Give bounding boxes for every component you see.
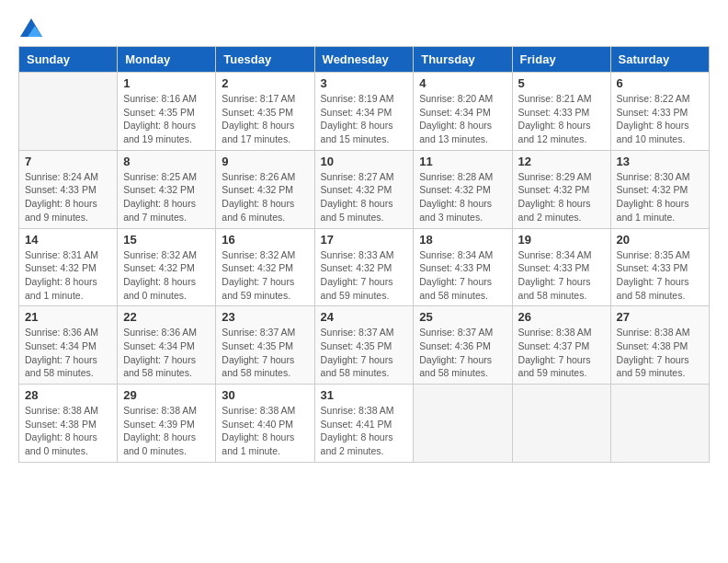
day-number: 11 <box>419 155 506 168</box>
calendar-cell: 12Sunrise: 8:29 AM Sunset: 4:32 PM Dayli… <box>512 150 610 228</box>
day-number: 29 <box>123 388 210 402</box>
calendar-cell: 7Sunrise: 8:24 AM Sunset: 4:33 PM Daylig… <box>19 150 118 228</box>
calendar-cell: 15Sunrise: 8:32 AM Sunset: 4:32 PM Dayli… <box>118 228 216 306</box>
calendar-cell: 25Sunrise: 8:37 AM Sunset: 4:36 PM Dayli… <box>414 306 512 385</box>
day-info: Sunrise: 8:29 AM Sunset: 4:32 PM Dayligh… <box>518 170 605 224</box>
calendar-header-monday: Monday <box>118 47 216 73</box>
day-info: Sunrise: 8:17 AM Sunset: 4:35 PM Dayligh… <box>222 92 308 146</box>
day-number: 8 <box>123 155 210 168</box>
day-number: 9 <box>222 155 308 168</box>
day-number: 16 <box>222 233 308 247</box>
day-number: 4 <box>419 76 506 90</box>
day-number: 19 <box>518 233 605 247</box>
calendar-cell: 14Sunrise: 8:31 AM Sunset: 4:32 PM Dayli… <box>19 228 118 306</box>
day-number: 15 <box>123 233 210 247</box>
day-number: 24 <box>321 310 408 324</box>
day-number: 26 <box>518 310 605 324</box>
calendar-header-friday: Friday <box>512 47 610 73</box>
day-number: 13 <box>617 155 703 168</box>
day-info: Sunrise: 8:37 AM Sunset: 4:36 PM Dayligh… <box>419 326 506 380</box>
day-info: Sunrise: 8:38 AM Sunset: 4:40 PM Dayligh… <box>222 404 308 458</box>
calendar-cell: 5Sunrise: 8:21 AM Sunset: 4:33 PM Daylig… <box>512 73 610 151</box>
day-number: 22 <box>123 310 210 324</box>
day-number: 28 <box>25 388 111 402</box>
day-info: Sunrise: 8:28 AM Sunset: 4:32 PM Dayligh… <box>419 170 506 224</box>
day-info: Sunrise: 8:38 AM Sunset: 4:38 PM Dayligh… <box>25 404 111 458</box>
day-info: Sunrise: 8:36 AM Sunset: 4:34 PM Dayligh… <box>123 326 210 380</box>
calendar-cell: 24Sunrise: 8:37 AM Sunset: 4:35 PM Dayli… <box>314 306 414 385</box>
day-info: Sunrise: 8:26 AM Sunset: 4:32 PM Dayligh… <box>222 170 308 224</box>
day-number: 31 <box>321 388 408 402</box>
day-info: Sunrise: 8:35 AM Sunset: 4:33 PM Dayligh… <box>617 248 703 303</box>
calendar-header-wednesday: Wednesday <box>314 47 414 73</box>
day-number: 10 <box>321 155 408 168</box>
day-number: 17 <box>321 233 408 247</box>
calendar-cell: 8Sunrise: 8:25 AM Sunset: 4:32 PM Daylig… <box>118 150 216 228</box>
calendar-header-tuesday: Tuesday <box>216 47 314 73</box>
calendar-week-row: 1Sunrise: 8:16 AM Sunset: 4:35 PM Daylig… <box>19 73 710 151</box>
day-info: Sunrise: 8:27 AM Sunset: 4:32 PM Dayligh… <box>321 170 408 224</box>
day-info: Sunrise: 8:31 AM Sunset: 4:32 PM Dayligh… <box>25 248 111 303</box>
calendar-cell: 23Sunrise: 8:37 AM Sunset: 4:35 PM Dayli… <box>216 306 314 385</box>
day-info: Sunrise: 8:34 AM Sunset: 4:33 PM Dayligh… <box>419 248 506 303</box>
calendar-cell: 9Sunrise: 8:26 AM Sunset: 4:32 PM Daylig… <box>216 150 314 228</box>
calendar-cell: 17Sunrise: 8:33 AM Sunset: 4:32 PM Dayli… <box>314 228 414 306</box>
day-info: Sunrise: 8:36 AM Sunset: 4:34 PM Dayligh… <box>25 326 111 380</box>
calendar-cell: 27Sunrise: 8:38 AM Sunset: 4:38 PM Dayli… <box>610 306 709 385</box>
calendar-cell <box>414 385 512 463</box>
day-number: 20 <box>617 233 703 247</box>
calendar-cell: 6Sunrise: 8:22 AM Sunset: 4:33 PM Daylig… <box>610 73 709 151</box>
day-info: Sunrise: 8:33 AM Sunset: 4:32 PM Dayligh… <box>321 248 408 303</box>
day-info: Sunrise: 8:34 AM Sunset: 4:33 PM Dayligh… <box>518 248 605 303</box>
calendar-header-row: SundayMondayTuesdayWednesdayThursdayFrid… <box>19 47 710 73</box>
calendar-cell: 20Sunrise: 8:35 AM Sunset: 4:33 PM Dayli… <box>610 228 709 306</box>
calendar-header-sunday: Sunday <box>19 47 118 73</box>
calendar-cell: 10Sunrise: 8:27 AM Sunset: 4:32 PM Dayli… <box>314 150 414 228</box>
calendar: SundayMondayTuesdayWednesdayThursdayFrid… <box>18 46 710 463</box>
day-info: Sunrise: 8:19 AM Sunset: 4:34 PM Dayligh… <box>321 92 408 146</box>
day-info: Sunrise: 8:38 AM Sunset: 4:38 PM Dayligh… <box>617 326 703 380</box>
calendar-cell: 22Sunrise: 8:36 AM Sunset: 4:34 PM Dayli… <box>118 306 216 385</box>
day-number: 23 <box>222 310 308 324</box>
calendar-cell: 28Sunrise: 8:38 AM Sunset: 4:38 PM Dayli… <box>19 385 118 463</box>
day-number: 6 <box>617 76 703 90</box>
calendar-cell: 26Sunrise: 8:38 AM Sunset: 4:37 PM Dayli… <box>512 306 610 385</box>
calendar-cell: 16Sunrise: 8:32 AM Sunset: 4:32 PM Dayli… <box>216 228 314 306</box>
calendar-cell: 19Sunrise: 8:34 AM Sunset: 4:33 PM Dayli… <box>512 228 610 306</box>
calendar-cell <box>19 73 118 151</box>
calendar-cell: 2Sunrise: 8:17 AM Sunset: 4:35 PM Daylig… <box>216 73 314 151</box>
day-number: 1 <box>123 76 210 90</box>
day-info: Sunrise: 8:24 AM Sunset: 4:33 PM Dayligh… <box>25 170 111 224</box>
day-info: Sunrise: 8:25 AM Sunset: 4:32 PM Dayligh… <box>123 170 210 224</box>
calendar-cell: 13Sunrise: 8:30 AM Sunset: 4:32 PM Dayli… <box>610 150 709 228</box>
day-number: 3 <box>321 76 408 90</box>
day-info: Sunrise: 8:38 AM Sunset: 4:41 PM Dayligh… <box>321 404 408 458</box>
day-number: 18 <box>419 233 506 247</box>
day-number: 2 <box>222 76 308 90</box>
day-info: Sunrise: 8:22 AM Sunset: 4:33 PM Dayligh… <box>617 92 703 146</box>
calendar-header-thursday: Thursday <box>414 47 512 73</box>
day-number: 21 <box>25 310 111 324</box>
calendar-cell: 11Sunrise: 8:28 AM Sunset: 4:32 PM Dayli… <box>414 150 512 228</box>
day-number: 27 <box>617 310 703 324</box>
calendar-cell: 18Sunrise: 8:34 AM Sunset: 4:33 PM Dayli… <box>414 228 512 306</box>
day-info: Sunrise: 8:37 AM Sunset: 4:35 PM Dayligh… <box>222 326 308 380</box>
day-number: 25 <box>419 310 506 324</box>
day-info: Sunrise: 8:38 AM Sunset: 4:37 PM Dayligh… <box>518 326 605 380</box>
day-info: Sunrise: 8:38 AM Sunset: 4:39 PM Dayligh… <box>123 404 210 458</box>
logo-icon <box>20 18 42 37</box>
calendar-cell: 4Sunrise: 8:20 AM Sunset: 4:34 PM Daylig… <box>414 73 512 151</box>
calendar-cell: 3Sunrise: 8:19 AM Sunset: 4:34 PM Daylig… <box>314 73 414 151</box>
day-info: Sunrise: 8:21 AM Sunset: 4:33 PM Dayligh… <box>518 92 605 146</box>
day-info: Sunrise: 8:16 AM Sunset: 4:35 PM Dayligh… <box>123 92 210 146</box>
calendar-cell: 21Sunrise: 8:36 AM Sunset: 4:34 PM Dayli… <box>19 306 118 385</box>
day-info: Sunrise: 8:20 AM Sunset: 4:34 PM Dayligh… <box>419 92 506 146</box>
calendar-cell <box>512 385 610 463</box>
day-info: Sunrise: 8:37 AM Sunset: 4:35 PM Dayligh… <box>321 326 408 380</box>
calendar-cell <box>610 385 709 463</box>
day-number: 30 <box>222 388 308 402</box>
calendar-header-saturday: Saturday <box>610 47 709 73</box>
logo <box>18 18 42 37</box>
calendar-cell: 30Sunrise: 8:38 AM Sunset: 4:40 PM Dayli… <box>216 385 314 463</box>
day-info: Sunrise: 8:32 AM Sunset: 4:32 PM Dayligh… <box>222 248 308 303</box>
